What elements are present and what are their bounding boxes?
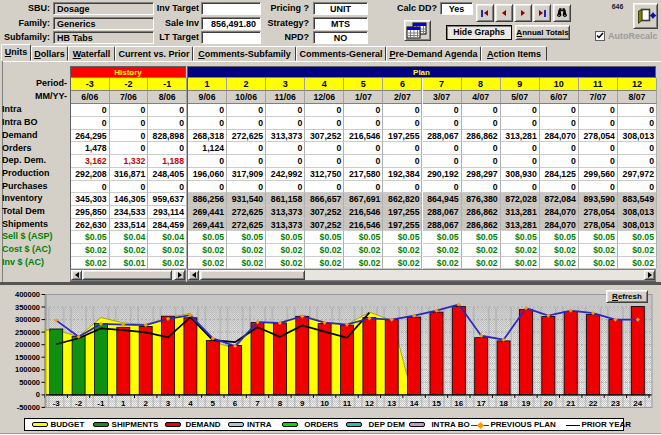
svg-text:-3: -3 (53, 399, 61, 408)
svg-text:12: 12 (365, 399, 374, 408)
svg-text:-2: -2 (75, 399, 83, 408)
svg-text:9: 9 (300, 399, 305, 408)
svg-text:15: 15 (432, 399, 441, 408)
svg-text:17: 17 (477, 399, 486, 408)
svg-text:3: 3 (166, 399, 171, 408)
svg-text:11: 11 (343, 399, 352, 408)
svg-text:10: 10 (320, 399, 329, 408)
svg-text:23: 23 (611, 399, 620, 408)
svg-text:400000: 400000 (15, 290, 40, 299)
svg-text:5: 5 (211, 399, 216, 408)
svg-text:14: 14 (410, 399, 419, 408)
svg-text:19: 19 (522, 399, 531, 408)
svg-text:8: 8 (278, 399, 283, 408)
svg-text:6: 6 (233, 399, 238, 408)
svg-text:0: 0 (36, 390, 40, 399)
svg-text:-50000: -50000 (17, 403, 40, 412)
svg-text:350000: 350000 (15, 303, 40, 312)
svg-text:1: 1 (121, 399, 126, 408)
svg-text:200000: 200000 (15, 340, 40, 349)
svg-text:18: 18 (499, 399, 508, 408)
svg-text:24: 24 (633, 399, 642, 408)
svg-text:100000: 100000 (15, 365, 40, 374)
svg-text:7: 7 (255, 399, 260, 408)
svg-text:50000: 50000 (19, 378, 40, 387)
svg-text:2: 2 (143, 399, 148, 408)
svg-text:13: 13 (387, 399, 396, 408)
svg-text:4: 4 (188, 399, 193, 408)
svg-text:16: 16 (454, 399, 463, 408)
svg-text:21: 21 (566, 399, 575, 408)
svg-text:150000: 150000 (15, 353, 40, 362)
svg-text:20: 20 (544, 399, 553, 408)
svg-text:300000: 300000 (15, 315, 40, 324)
svg-text:22: 22 (589, 399, 598, 408)
svg-text:250000: 250000 (15, 328, 40, 337)
svg-text:-1: -1 (97, 399, 105, 408)
